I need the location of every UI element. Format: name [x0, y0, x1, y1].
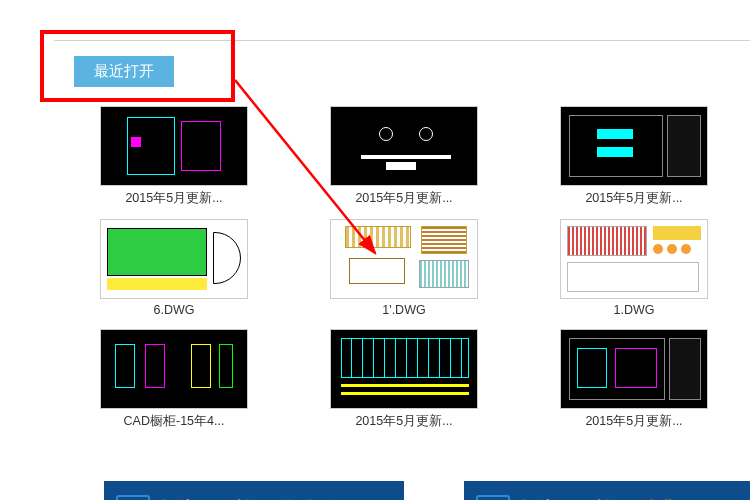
file-name-label: 2015年5月更新... — [314, 190, 494, 207]
file-thumbnail[interactable] — [330, 106, 478, 186]
file-item[interactable]: 2015年5月更新... — [544, 106, 724, 207]
file-thumbnail[interactable] — [100, 329, 248, 409]
file-thumbnail[interactable] — [330, 219, 478, 299]
file-item[interactable]: 2015年5月更新... — [314, 329, 494, 430]
file-thumbnail[interactable] — [560, 329, 708, 409]
banner-pro[interactable]: 迅捷CAD编辑器"专业 — [464, 481, 750, 500]
file-name-label: CAD橱柜-15年4... — [84, 413, 264, 430]
file-thumbnail[interactable] — [330, 329, 478, 409]
file-name-label: 1'.DWG — [314, 303, 494, 317]
recent-open-tab[interactable]: 最近打开 — [74, 56, 174, 87]
file-item[interactable]: 6.DWG — [84, 219, 264, 317]
file-thumbnail[interactable] — [560, 106, 708, 186]
product-banners: 迅捷CAD编辑器"标准版" 迅捷CAD编辑器"专业 — [104, 481, 750, 500]
file-item[interactable]: CAD橱柜-15年4... — [84, 329, 264, 430]
file-name-label: 2015年5月更新... — [84, 190, 264, 207]
recent-panel: 最近打开 2015年5月更新...2015年5月更新...2015年5月更新..… — [54, 40, 750, 500]
file-name-label: 2015年5月更新... — [544, 413, 724, 430]
file-name-label: 2015年5月更新... — [544, 190, 724, 207]
file-grid: 2015年5月更新...2015年5月更新...2015年5月更新...6.DW… — [84, 106, 724, 430]
banner-standard[interactable]: 迅捷CAD编辑器"标准版" — [104, 481, 404, 500]
file-item[interactable]: 2015年5月更新... — [314, 106, 494, 207]
logo-icon — [476, 495, 510, 501]
file-item[interactable]: 2015年5月更新... — [544, 329, 724, 430]
file-thumbnail[interactable] — [560, 219, 708, 299]
file-item[interactable]: 2015年5月更新... — [84, 106, 264, 207]
file-item[interactable]: 1'.DWG — [314, 219, 494, 317]
file-name-label: 2015年5月更新... — [314, 413, 494, 430]
file-thumbnail[interactable] — [100, 219, 248, 299]
file-name-label: 6.DWG — [84, 303, 264, 317]
file-item[interactable]: 1.DWG — [544, 219, 724, 317]
file-name-label: 1.DWG — [544, 303, 724, 317]
logo-icon — [116, 495, 150, 501]
file-thumbnail[interactable] — [100, 106, 248, 186]
